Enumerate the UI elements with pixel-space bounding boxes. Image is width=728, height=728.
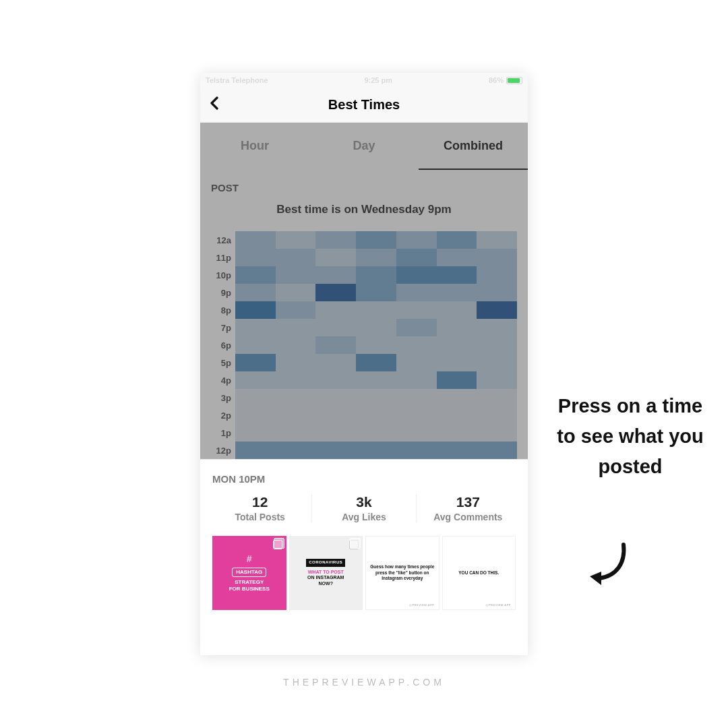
heatmap-cell[interactable] — [477, 249, 517, 266]
heatmap-cell[interactable] — [315, 319, 356, 336]
heatmap-cell[interactable] — [276, 249, 316, 266]
heatmap-cell[interactable] — [396, 301, 437, 319]
heatmap-cell[interactable] — [437, 231, 477, 249]
heatmap-cell[interactable] — [315, 389, 356, 406]
heatmap-cell[interactable] — [315, 249, 356, 266]
heatmap-cell[interactable] — [396, 354, 437, 371]
heatmap-cell[interactable] — [356, 371, 396, 389]
heatmap-cell[interactable] — [276, 284, 316, 301]
heatmap-cell[interactable] — [235, 371, 276, 389]
heatmap-cell[interactable] — [356, 284, 396, 301]
back-button[interactable] — [210, 96, 219, 114]
post-thumb[interactable]: YOU CAN DO THIS.@PREVIEW.APP — [442, 536, 516, 610]
heatmap-cell[interactable] — [396, 442, 437, 459]
heatmap-cell[interactable] — [437, 371, 477, 389]
heatmap-cell[interactable] — [315, 442, 356, 459]
heatmap-cell[interactable] — [477, 336, 517, 354]
heatmap-cell[interactable] — [276, 319, 316, 336]
heatmap-cell[interactable] — [477, 406, 517, 424]
heatmap-cell[interactable] — [396, 284, 437, 301]
heatmap-cell[interactable] — [356, 301, 396, 319]
heatmap-cell[interactable] — [276, 442, 316, 459]
heatmap-cell[interactable] — [315, 284, 356, 301]
heatmap-cell[interactable] — [477, 354, 517, 371]
heatmap-cell[interactable] — [356, 424, 396, 442]
post-thumb[interactable]: Guess how many times people press the "l… — [365, 536, 439, 610]
heatmap-cell[interactable] — [276, 406, 316, 424]
heatmap-cell[interactable] — [276, 389, 316, 406]
heatmap-cell[interactable] — [356, 336, 396, 354]
heatmap-cell[interactable] — [437, 442, 477, 459]
heatmap-cell[interactable] — [235, 231, 276, 249]
heatmap-cell[interactable] — [276, 336, 316, 354]
heatmap-cell[interactable] — [276, 301, 316, 319]
heatmap-cell[interactable] — [396, 266, 437, 284]
heatmap-cell[interactable] — [396, 424, 437, 442]
heatmap-cell[interactable] — [477, 231, 517, 249]
heatmap-cell[interactable] — [356, 266, 396, 284]
heatmap-cell[interactable] — [356, 389, 396, 406]
heatmap-cell[interactable] — [437, 319, 477, 336]
heatmap-cell[interactable] — [356, 231, 396, 249]
heatmap-cell[interactable] — [356, 354, 396, 371]
heatmap-cell[interactable] — [477, 266, 517, 284]
heatmap-cell[interactable] — [315, 231, 356, 249]
heatmap-cell[interactable] — [235, 354, 276, 371]
heatmap-cell[interactable] — [315, 406, 356, 424]
heatmap-cell[interactable] — [437, 266, 477, 284]
heatmap-cell[interactable] — [235, 406, 276, 424]
heatmap-cell[interactable] — [356, 442, 396, 459]
heatmap-cell[interactable] — [477, 284, 517, 301]
post-thumb[interactable]: CORONAVIRUSWHAT TO POSTON INSTAGRAMNOW? — [289, 536, 363, 610]
heatmap-cell[interactable] — [477, 319, 517, 336]
heatmap-cell[interactable] — [235, 319, 276, 336]
tab-day[interactable]: Day — [309, 123, 419, 170]
heatmap-cell[interactable] — [356, 319, 396, 336]
post-thumb[interactable]: #HASHTAGSTRATEGYFOR BUSINESS — [212, 536, 286, 610]
heatmap-cell[interactable] — [396, 371, 437, 389]
heatmap-cell[interactable] — [477, 371, 517, 389]
heatmap-cell[interactable] — [437, 336, 477, 354]
heatmap-cell[interactable] — [477, 442, 517, 459]
heatmap-cell[interactable] — [437, 301, 477, 319]
heatmap-cell[interactable] — [356, 249, 396, 266]
heatmap-cell[interactable] — [276, 354, 316, 371]
heatmap-cell[interactable] — [315, 336, 356, 354]
heatmap-chart[interactable]: 12a11p10p9p8p7p6p5p4p3p2p1p12p — [200, 231, 528, 459]
heatmap-cell[interactable] — [437, 406, 477, 424]
heatmap-cell[interactable] — [315, 424, 356, 442]
heatmap-cell[interactable] — [477, 301, 517, 319]
heatmap-cell[interactable] — [235, 424, 276, 442]
heatmap-cell[interactable] — [477, 389, 517, 406]
heatmap-cell[interactable] — [235, 389, 276, 406]
tab-hour[interactable]: Hour — [200, 123, 309, 170]
heatmap-cell[interactable] — [235, 336, 276, 354]
heatmap-cell[interactable] — [276, 424, 316, 442]
heatmap-cell[interactable] — [396, 406, 437, 424]
heatmap-cell[interactable] — [396, 319, 437, 336]
heatmap-cell[interactable] — [396, 231, 437, 249]
heatmap-cell[interactable] — [437, 249, 477, 266]
heatmap-cell[interactable] — [276, 371, 316, 389]
heatmap-cell[interactable] — [396, 389, 437, 406]
heatmap-cell[interactable] — [235, 266, 276, 284]
heatmap-cell[interactable] — [315, 354, 356, 371]
heatmap-cell[interactable] — [477, 424, 517, 442]
heatmap-cell[interactable] — [315, 266, 356, 284]
heatmap-cell[interactable] — [396, 336, 437, 354]
heatmap-cell[interactable] — [235, 284, 276, 301]
heatmap-cell[interactable] — [235, 301, 276, 319]
heatmap-cell[interactable] — [396, 249, 437, 266]
heatmap-cell[interactable] — [437, 284, 477, 301]
heatmap-cell[interactable] — [235, 442, 276, 459]
heatmap-cell[interactable] — [315, 371, 356, 389]
tab-combined[interactable]: Combined — [419, 123, 528, 170]
heatmap-cell[interactable] — [315, 301, 356, 319]
heatmap-cell[interactable] — [437, 354, 477, 371]
heatmap-cell[interactable] — [356, 406, 396, 424]
heatmap-cell[interactable] — [276, 231, 316, 249]
heatmap-cell[interactable] — [437, 389, 477, 406]
heatmap-cell[interactable] — [235, 249, 276, 266]
heatmap-cell[interactable] — [437, 424, 477, 442]
heatmap-cell[interactable] — [276, 266, 316, 284]
